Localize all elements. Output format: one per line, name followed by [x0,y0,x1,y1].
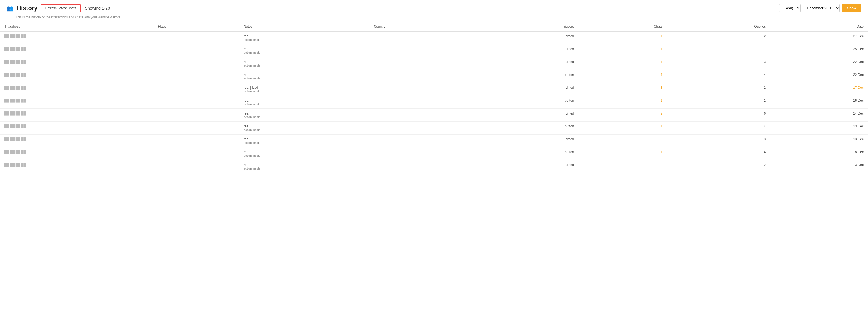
cell-date: 14 Dec [770,109,868,122]
notes-sub: action inside [244,38,365,41]
page-wrapper: 👥 History Refresh Latest Chats Showing 1… [0,0,868,309]
cell-country [369,96,473,109]
cell-notes: real | leadaction inside [239,83,370,96]
table-row: ██ ██ ██ ██realaction insidetimed1322 De… [0,57,868,70]
table-row: ██ ██ ██ ██realaction insidetimed2614 De… [0,109,868,122]
cell-notes: realaction inside [239,96,370,109]
date-link[interactable]: 17 Dec [853,86,864,90]
cell-notes: realaction inside [239,57,370,70]
cell-queries: 6 [667,109,770,122]
cell-chats: 1 [578,70,667,83]
ip-address: ██ ██ ██ ██ [4,60,26,64]
cell-queries: 3 [667,135,770,147]
cell-chats: 1 [578,122,667,135]
cell-triggers: button [473,96,578,109]
cell-flags [154,70,239,83]
ip-address: ██ ██ ██ ██ [4,137,26,141]
col-date: Date [770,22,868,32]
notes-sub: action inside [244,51,365,54]
cell-flags [154,96,239,109]
cell-triggers: timed [473,135,578,147]
cell-notes: realaction inside [239,32,370,44]
chats-link[interactable]: 1 [660,34,662,38]
cell-flags [154,83,239,96]
cell-flags [154,44,239,57]
month-filter-select[interactable]: December 2020 November 2020 October 2020 [803,4,840,12]
cell-queries: 1 [667,96,770,109]
cell-chats: 1 [578,147,667,160]
ip-address: ██ ██ ██ ██ [4,73,26,77]
col-country: Country [369,22,473,32]
cell-country [369,32,473,44]
cell-triggers: timed [473,32,578,44]
chats-link[interactable]: 1 [660,124,662,128]
table-row: ██ ██ ██ ██realaction insidetimed3313 De… [0,135,868,147]
people-icon: 👥 [7,5,13,11]
chats-link[interactable]: 2 [660,111,662,115]
ip-address: ██ ██ ██ ██ [4,124,26,128]
col-triggers: Triggers [473,22,578,32]
subtitle: This is the history of the interactions … [0,14,868,22]
notes-sub: action inside [244,115,365,118]
chats-link[interactable]: 1 [660,73,662,77]
cell-country [369,83,473,96]
cell-chats: 1 [578,57,667,70]
ip-address: ██ ██ ██ ██ [4,150,26,154]
cell-ip: ██ ██ ██ ██ [0,160,154,173]
table-row: ██ ██ ██ ██realaction insidebutton1413 D… [0,122,868,135]
cell-ip: ██ ██ ██ ██ [0,96,154,109]
col-notes: Notes [239,22,370,32]
refresh-latest-chats-button[interactable]: Refresh Latest Chats [41,4,81,12]
cell-notes: realaction inside [239,160,370,173]
chats-link[interactable]: 2 [660,163,662,167]
cell-flags [154,147,239,160]
cell-chats: 2 [578,109,667,122]
cell-date: 8 Dec [770,147,868,160]
cell-notes: realaction inside [239,122,370,135]
cell-date: 3 Dec [770,160,868,173]
notes-main: real [244,124,365,128]
cell-triggers: timed [473,83,578,96]
cell-triggers: button [473,70,578,83]
table-row: ██ ██ ██ ██realaction insidetimed223 Dec [0,160,868,173]
notes-sub: action inside [244,64,365,67]
ip-address: ██ ██ ██ ██ [4,47,26,51]
table-container: IP address Flags Notes Country Triggers … [0,22,868,173]
showing-label: Showing 1-20 [85,6,110,10]
chats-link[interactable]: 1 [660,47,662,51]
chats-link[interactable]: 1 [660,60,662,64]
cell-country [369,70,473,83]
table-body: ██ ██ ██ ██realaction insidetimed1227 De… [0,32,868,173]
cell-chats: 1 [578,32,667,44]
cell-date: 13 Dec [770,135,868,147]
cell-country [369,122,473,135]
cell-flags [154,160,239,173]
notes-sub: action inside [244,90,365,93]
cell-triggers: timed [473,160,578,173]
cell-date: 16 Dec [770,96,868,109]
cell-ip: ██ ██ ██ ██ [0,135,154,147]
cell-country [369,109,473,122]
real-filter-select[interactable]: (Real) (All) (Bot) [779,4,801,12]
ip-address: ██ ██ ██ ██ [4,163,26,167]
cell-country [369,57,473,70]
cell-flags [154,32,239,44]
cell-notes: realaction inside [239,147,370,160]
chats-link[interactable]: 3 [660,86,662,90]
cell-chats: 1 [578,96,667,109]
table-row: ██ ██ ██ ██realaction insidetimed1227 De… [0,32,868,44]
cell-ip: ██ ██ ██ ██ [0,44,154,57]
cell-queries: 4 [667,147,770,160]
chats-link[interactable]: 1 [660,150,662,154]
table-header-row: IP address Flags Notes Country Triggers … [0,22,868,32]
show-button[interactable]: Show [842,4,861,12]
chats-link[interactable]: 1 [660,99,662,102]
cell-date: 13 Dec [770,122,868,135]
cell-notes: realaction inside [239,135,370,147]
notes-main: real [244,60,365,64]
cell-date: 25 Dec [770,44,868,57]
notes-sub: action inside [244,77,365,80]
notes-main: real | lead [244,86,365,90]
cell-chats: 2 [578,160,667,173]
chats-link[interactable]: 3 [660,137,662,141]
